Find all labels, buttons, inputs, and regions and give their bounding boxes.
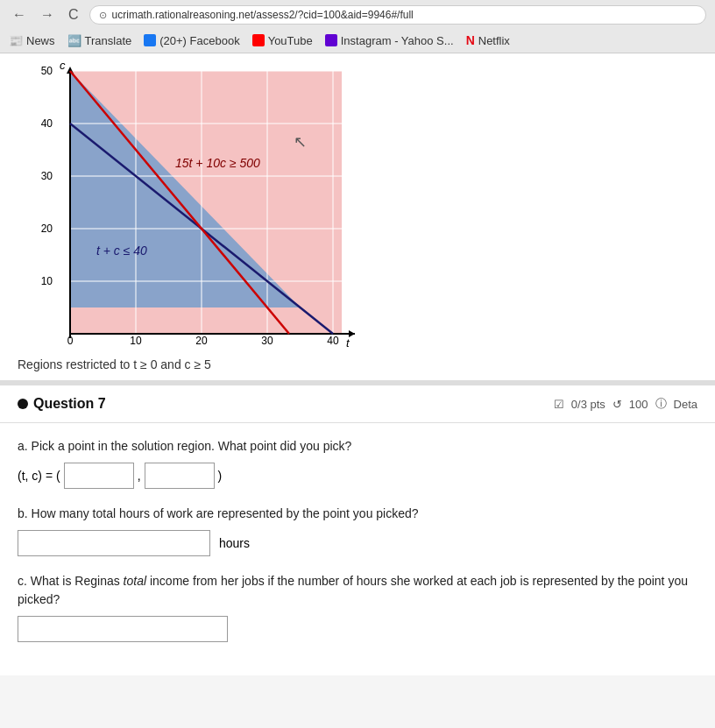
address-icon: ⊙ — [99, 10, 107, 21]
bookmark-label: (20+) Facebook — [159, 34, 239, 47]
sub-c-label: c. What is Reginas total income from her… — [18, 572, 697, 609]
bookmark-translate[interactable]: 🔤 Translate — [67, 34, 132, 47]
bookmark-label: News — [26, 34, 55, 47]
question-number: Question 7 — [33, 396, 106, 412]
nav-bar: ← → C ⊙ ucrimath.rationalreasoning.net/a… — [9, 5, 706, 25]
news-icon: 📰 — [9, 34, 23, 47]
url-text: ucrimath.rationalreasoning.net/assess2/?… — [112, 9, 414, 21]
question-title: Question 7 — [18, 396, 106, 412]
svg-text:10: 10 — [41, 275, 53, 287]
forward-button[interactable]: → — [37, 5, 58, 25]
bookmark-netflix[interactable]: N Netflix — [466, 33, 510, 47]
question-body: a. Pick a point in the solution region. … — [0, 423, 715, 675]
facebook-icon — [144, 34, 156, 46]
details-label: Deta — [674, 398, 697, 411]
graph-svg: t c 50 40 30 20 10 0 10 20 30 40 — [18, 62, 359, 351]
bookmark-yahoo[interactable]: Instagram - Yahoo S... — [325, 34, 454, 47]
svg-text:40: 40 — [41, 117, 53, 130]
browser-chrome: ← → C ⊙ ucrimath.rationalreasoning.net/a… — [0, 0, 715, 53]
back-button[interactable]: ← — [9, 5, 30, 25]
checkbox-icon: ☑ — [554, 398, 564, 411]
question-meta: ☑ 0/3 pts ↺ 100 ⓘ Deta — [554, 396, 697, 412]
question-header: Question 7 ☑ 0/3 pts ↺ 100 ⓘ Deta — [18, 396, 697, 412]
bookmark-news[interactable]: 📰 News — [9, 34, 55, 47]
bookmark-label: Translate — [85, 34, 132, 47]
bookmark-label: Instagram - Yahoo S... — [341, 34, 454, 47]
svg-text:c: c — [60, 62, 66, 72]
svg-text:40: 40 — [327, 335, 339, 347]
bookmark-facebook[interactable]: (20+) Facebook — [144, 34, 239, 47]
svg-text:0: 0 — [67, 335, 74, 347]
info-icon: ⓘ — [655, 396, 667, 412]
pts-label: 0/3 pts — [571, 398, 605, 411]
refresh-button[interactable]: C — [65, 5, 82, 25]
sub-question-a: a. Pick a point in the solution region. … — [18, 437, 697, 489]
sub-question-b: b. How many total hours of work are repr… — [18, 505, 697, 556]
sub-question-c: c. What is Reginas total income from her… — [18, 572, 697, 642]
page-content: t c 50 40 30 20 10 0 10 20 30 40 — [0, 53, 715, 675]
sub-c-income-input[interactable] — [18, 616, 228, 642]
svg-text:15t + 10c ≥ 500: 15t + 10c ≥ 500 — [175, 156, 260, 170]
graph-caption-text: Regions restricted to t ≥ 0 and c ≥ 5 — [18, 357, 211, 371]
sub-b-hours-input[interactable] — [18, 530, 210, 556]
youtube-icon — [252, 34, 265, 46]
timer-value: 100 — [629, 398, 648, 411]
graph-container: t c 50 40 30 20 10 0 10 20 30 40 — [0, 53, 715, 385]
graph-wrapper: t c 50 40 30 20 10 0 10 20 30 40 — [18, 62, 359, 351]
sub-b-input-row: hours — [18, 530, 697, 556]
sub-a-input-row: (t, c) = ( , ) — [18, 463, 697, 489]
sub-c-italic: total — [124, 574, 146, 588]
svg-text:10: 10 — [130, 335, 142, 347]
svg-marker-13 — [349, 330, 355, 337]
cursor-arrow: ↖ — [294, 132, 307, 152]
bookmark-label: Netflix — [478, 34, 510, 47]
sub-a-label: a. Pick a point in the solution region. … — [18, 437, 697, 456]
bookmarks-bar: 📰 News 🔤 Translate (20+) Facebook YouTub… — [9, 30, 706, 53]
question-dot — [18, 399, 28, 409]
yahoo-icon — [325, 34, 337, 46]
sub-b-label: b. How many total hours of work are repr… — [18, 505, 697, 523]
address-bar[interactable]: ⊙ ucrimath.rationalreasoning.net/assess2… — [89, 5, 706, 25]
sub-a-suffix: ) — [218, 469, 223, 483]
sub-a-prefix: (t, c) = ( — [18, 469, 60, 483]
bookmark-label: YouTube — [268, 34, 313, 47]
svg-text:30: 30 — [261, 335, 273, 347]
svg-text:30: 30 — [41, 170, 53, 182]
sub-b-hours-label: hours — [219, 536, 250, 550]
translate-icon: 🔤 — [67, 34, 81, 47]
svg-text:t: t — [346, 336, 350, 350]
clock-icon: ↺ — [612, 398, 622, 411]
sub-a-comma: , — [138, 469, 141, 483]
question-section: Question 7 ☑ 0/3 pts ↺ 100 ⓘ Deta — [0, 385, 715, 423]
svg-text:20: 20 — [41, 223, 53, 235]
sub-a-t-input[interactable] — [64, 463, 134, 489]
sub-a-c-input[interactable] — [145, 463, 215, 489]
svg-text:20: 20 — [195, 335, 208, 347]
sub-c-input-row — [18, 616, 697, 642]
svg-text:t + c ≤ 40: t + c ≤ 40 — [96, 244, 147, 258]
svg-text:50: 50 — [41, 65, 53, 77]
bookmark-youtube[interactable]: YouTube — [252, 34, 313, 47]
netflix-icon: N — [466, 33, 475, 47]
graph-caption: Regions restricted to t ≥ 0 and c ≥ 5 — [18, 357, 697, 371]
